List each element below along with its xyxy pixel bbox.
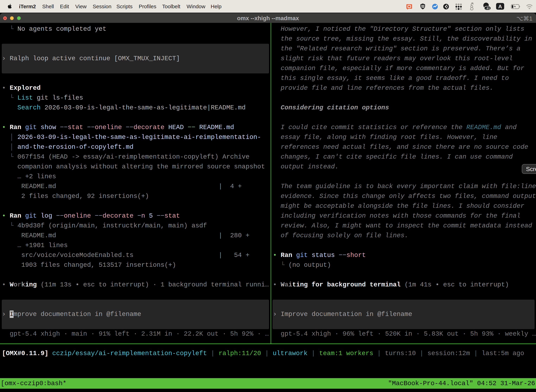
svg-text:A: A xyxy=(498,4,502,9)
svg-text:..61: ..61 xyxy=(485,7,490,10)
